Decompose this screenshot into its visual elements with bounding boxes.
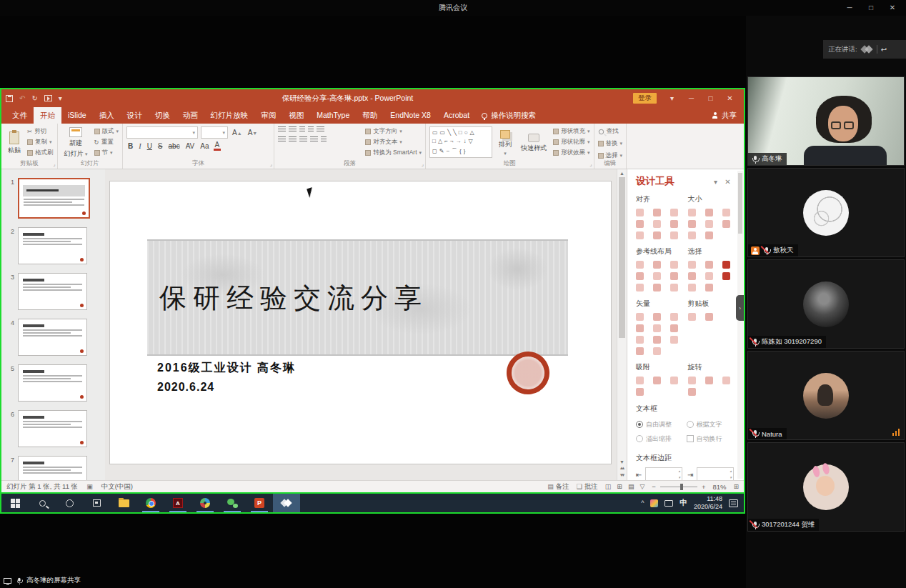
slide-thumbnail[interactable]: [18, 319, 87, 356]
save-icon[interactable]: [6, 95, 13, 102]
collapse-sidebar-icon[interactable]: ↩: [881, 46, 887, 54]
file-explorer-button[interactable]: [110, 494, 137, 512]
slide-thumbnail[interactable]: [18, 456, 87, 480]
decrease-indent-icon[interactable]: [299, 126, 305, 133]
panel-icon[interactable]: [636, 220, 644, 228]
align-left-icon[interactable]: [278, 136, 286, 143]
media-app-button[interactable]: [191, 494, 219, 512]
cut-button[interactable]: ✂剪切: [27, 126, 54, 136]
dialog-launcher-icon[interactable]: ⌟: [589, 161, 592, 167]
ppt-restore-button[interactable]: □: [701, 91, 720, 106]
dialog-launcher-icon[interactable]: ⌟: [270, 161, 272, 167]
panel-icon[interactable]: [653, 284, 661, 291]
textbox-option[interactable]: 根据文字: [687, 418, 735, 431]
new-slide-button[interactable]: 新建 幻灯片 ▾: [61, 126, 91, 159]
panel-scrollbar[interactable]: [737, 171, 743, 479]
accessibility-icon[interactable]: ▣: [86, 483, 93, 490]
ribbon-tab[interactable]: Acrobat: [437, 107, 476, 124]
chrome-button[interactable]: [137, 494, 164, 512]
tell-me-search[interactable]: 操作说明搜索: [476, 107, 542, 124]
keyboard-icon[interactable]: [664, 500, 673, 507]
view-button[interactable]: ▤: [628, 483, 634, 490]
option-control[interactable]: [687, 435, 694, 442]
replace-button[interactable]: 替换▾: [598, 139, 623, 149]
ppt-close-button[interactable]: ✕: [720, 91, 740, 106]
panel-icon[interactable]: [722, 209, 730, 216]
panel-icon[interactable]: [722, 261, 730, 269]
shape-fill-button[interactable]: 形状填充▾: [553, 126, 590, 136]
language-indicator[interactable]: 中文(中国): [101, 482, 133, 492]
minimize-button[interactable]: ─: [839, 0, 860, 16]
participant-tile[interactable]: 陈姝如 3019207290: [747, 259, 905, 349]
panel-icon[interactable]: [705, 377, 713, 384]
option-control[interactable]: [687, 421, 694, 428]
undo-icon[interactable]: ↶: [19, 95, 25, 102]
panel-icon[interactable]: [636, 284, 644, 291]
font-style-button[interactable]: U: [146, 142, 154, 150]
text-direction-button[interactable]: 文字方向▾: [365, 126, 422, 136]
panel-icon[interactable]: [705, 272, 713, 280]
slide-scrollbar[interactable]: ▲ ▼ ▴▴ ▾▾: [617, 169, 627, 480]
panel-icon[interactable]: [653, 324, 661, 332]
panel-icon[interactable]: [722, 377, 730, 384]
font-name-dropdown[interactable]: ▾: [126, 126, 198, 139]
panel-icon[interactable]: [670, 313, 678, 321]
arrange-button[interactable]: 排列▾: [496, 126, 514, 159]
ime-indicator[interactable]: 中: [680, 498, 687, 508]
quick-access-caret-icon[interactable]: ▾: [59, 95, 62, 102]
slide-thumbnail[interactable]: [18, 227, 87, 264]
panel-icon[interactable]: [636, 313, 644, 321]
bullets-icon[interactable]: [278, 126, 286, 133]
zoom-level[interactable]: 81%: [712, 483, 726, 491]
taskbar-search-button[interactable]: [29, 494, 56, 512]
start-slideshow-icon[interactable]: [44, 95, 52, 101]
view-button[interactable]: ⊞: [617, 483, 622, 490]
wechat-button[interactable]: [219, 494, 246, 512]
panel-icon[interactable]: [688, 261, 696, 269]
shapes-gallery[interactable]: ▭▭╲╲□○△□△⌐¬→↓▽◻✎~⌒{}: [429, 126, 492, 158]
ppt-minimize-button[interactable]: ─: [682, 91, 701, 106]
redo-icon[interactable]: ↻: [31, 95, 37, 102]
textbox-option[interactable]: 自动换行: [687, 432, 735, 445]
panel-icon[interactable]: [688, 209, 696, 216]
panel-icon[interactable]: [636, 209, 644, 216]
scroll-down-icon[interactable]: ▼: [619, 459, 624, 464]
dialog-launcher-icon[interactable]: ⌟: [422, 161, 424, 167]
textbox-option[interactable]: 自由调整: [636, 418, 684, 431]
option-control[interactable]: [636, 435, 643, 442]
powerpoint-button[interactable]: P: [246, 494, 273, 512]
dialog-launcher-icon[interactable]: ⌟: [53, 161, 55, 167]
panel-collapse-handle[interactable]: ›: [736, 295, 744, 321]
ribbon-tab[interactable]: 幻灯片放映: [204, 107, 255, 124]
slide-thumbnail[interactable]: [18, 273, 87, 310]
notification-center-icon[interactable]: [729, 499, 738, 507]
panel-icon[interactable]: [636, 377, 644, 384]
paste-button[interactable]: 粘贴: [5, 126, 24, 159]
panel-icon[interactable]: [688, 388, 696, 396]
panel-icon[interactable]: [653, 347, 661, 355]
view-button[interactable]: ◫: [605, 483, 612, 490]
cortana-button[interactable]: [56, 494, 83, 512]
panel-icon[interactable]: [688, 377, 696, 384]
numbering-icon[interactable]: [289, 126, 297, 133]
textbox-option[interactable]: 溢出缩排: [636, 432, 684, 445]
quick-styles-button[interactable]: 快速样式: [518, 126, 549, 159]
find-button[interactable]: 查找: [598, 126, 623, 136]
start-button[interactable]: [1, 494, 29, 512]
tray-app-icon[interactable]: [650, 499, 658, 507]
panel-icon[interactable]: [653, 220, 661, 228]
copy-button[interactable]: 复制▾: [27, 137, 54, 147]
share-button[interactable]: 共享: [712, 107, 744, 124]
panel-icon[interactable]: [636, 261, 644, 269]
reset-button[interactable]: ↻重置: [94, 137, 119, 147]
zoom-slider[interactable]: [660, 487, 697, 487]
font-style-button[interactable]: S: [156, 142, 164, 150]
slide-thumbnail[interactable]: [18, 410, 87, 447]
ribbon-tab[interactable]: 文件: [6, 107, 34, 124]
format-painter-button[interactable]: 格式刷: [27, 148, 54, 158]
ribbon-tab[interactable]: 帮助: [356, 107, 384, 124]
panel-icon[interactable]: [670, 261, 678, 269]
meeting-app-button[interactable]: [273, 494, 300, 512]
zoom-out-icon[interactable]: −: [652, 483, 656, 491]
login-button[interactable]: 登录: [633, 93, 657, 104]
